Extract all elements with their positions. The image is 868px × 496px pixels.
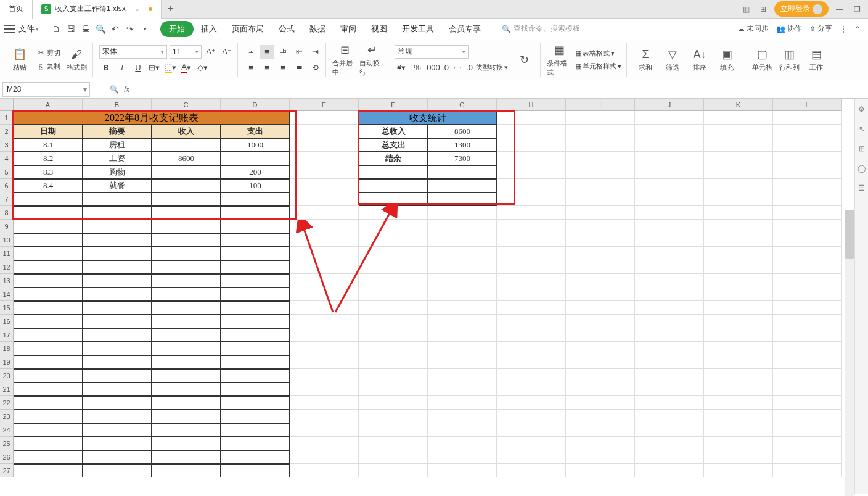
cell[interactable] xyxy=(635,220,704,233)
cell[interactable] xyxy=(221,410,290,423)
cell[interactable] xyxy=(83,233,152,247)
cell[interactable] xyxy=(152,274,221,287)
rp-icon-5[interactable]: ☰ xyxy=(856,183,867,194)
col-header-K[interactable]: K xyxy=(704,99,773,111)
cell[interactable] xyxy=(497,152,566,165)
cell[interactable] xyxy=(497,410,566,423)
cell[interactable] xyxy=(773,152,842,165)
cell[interactable] xyxy=(83,355,152,369)
cell[interactable]: 7300 xyxy=(428,152,497,165)
cell[interactable] xyxy=(428,382,497,396)
cell[interactable] xyxy=(773,396,842,410)
cell[interactable] xyxy=(359,437,428,450)
reformat-button[interactable]: ↻ xyxy=(512,52,536,67)
cell[interactable] xyxy=(152,165,221,179)
cell[interactable] xyxy=(152,342,221,355)
ribbon-tab-start[interactable]: 开始 xyxy=(160,21,194,37)
cell[interactable]: 购物 xyxy=(83,165,152,179)
sort-button[interactable]: A↓排序 xyxy=(687,47,712,72)
cell[interactable] xyxy=(566,369,635,382)
cell[interactable] xyxy=(14,260,83,274)
cell[interactable] xyxy=(83,423,152,437)
cell[interactable] xyxy=(704,450,773,464)
cell[interactable] xyxy=(359,220,428,233)
cell[interactable] xyxy=(221,382,290,396)
cell[interactable] xyxy=(290,410,359,423)
row-header-7[interactable]: 7 xyxy=(0,192,14,206)
cell[interactable]: 8.3 xyxy=(14,165,83,179)
cell[interactable] xyxy=(773,355,842,369)
cell[interactable] xyxy=(566,315,635,328)
cell[interactable] xyxy=(497,382,566,396)
ribbon-tab-insert[interactable]: 插入 xyxy=(194,20,224,38)
row-header-3[interactable]: 3 xyxy=(0,138,14,152)
cell[interactable] xyxy=(704,274,773,287)
align-right-button[interactable]: ≡ xyxy=(276,61,290,75)
align-top-button[interactable]: ⫠ xyxy=(244,45,258,59)
ribbon-tab-dev[interactable]: 开发工具 xyxy=(395,20,441,38)
cell[interactable] xyxy=(83,396,152,410)
row-header-10[interactable]: 10 xyxy=(0,233,14,247)
cell[interactable] xyxy=(566,152,635,165)
cell[interactable] xyxy=(14,274,83,287)
cell[interactable] xyxy=(635,450,704,464)
format-painter-button[interactable]: 🖌格式刷 xyxy=(64,47,89,72)
rowcol-button[interactable]: ▥行和列 xyxy=(777,47,801,72)
cell[interactable] xyxy=(428,315,497,328)
align-center-button[interactable]: ≡ xyxy=(260,61,274,75)
cell[interactable] xyxy=(290,220,359,233)
qat-print-icon[interactable]: 🖶 xyxy=(79,22,92,36)
cell[interactable] xyxy=(359,247,428,260)
search-command-input[interactable]: 🔍 查找命令、搜索模板 xyxy=(502,23,580,34)
row-header-14[interactable]: 14 xyxy=(0,287,14,301)
search-fx-icon[interactable]: 🔍 xyxy=(110,85,119,94)
cell[interactable] xyxy=(152,382,221,396)
row-header-9[interactable]: 9 xyxy=(0,220,14,233)
cell[interactable] xyxy=(428,192,497,206)
cell[interactable] xyxy=(83,301,152,315)
cell[interactable] xyxy=(359,382,428,396)
col-header-D[interactable]: D xyxy=(221,99,290,111)
cut-button[interactable]: ✂剪切 xyxy=(35,48,62,59)
underline-button[interactable]: U xyxy=(131,61,145,75)
italic-button[interactable]: I xyxy=(115,61,129,75)
rp-icon-4[interactable]: ◯ xyxy=(856,163,867,174)
cell[interactable] xyxy=(83,437,152,450)
cell[interactable] xyxy=(428,165,497,179)
cell[interactable] xyxy=(83,342,152,355)
cell[interactable] xyxy=(14,192,83,206)
cell[interactable] xyxy=(83,328,152,342)
cell[interactable] xyxy=(359,355,428,369)
cell[interactable]: 日期 xyxy=(14,125,83,138)
cell[interactable] xyxy=(566,328,635,342)
cell[interactable] xyxy=(773,315,842,328)
cell[interactable]: 8600 xyxy=(152,152,221,165)
hamburger-icon[interactable] xyxy=(4,25,15,33)
cell[interactable] xyxy=(152,437,221,450)
qat-undo-icon[interactable]: ↶ xyxy=(108,22,122,36)
wrap-text-button[interactable]: ↵自动换行 xyxy=(359,43,384,77)
cell[interactable] xyxy=(635,437,704,450)
cell[interactable] xyxy=(221,342,290,355)
cell[interactable] xyxy=(152,328,221,342)
cell[interactable] xyxy=(635,179,704,192)
cell[interactable] xyxy=(704,260,773,274)
paste-button[interactable]: 📋粘贴 xyxy=(7,47,32,72)
cell[interactable]: 8.2 xyxy=(14,152,83,165)
row-header-1[interactable]: 1 xyxy=(0,111,14,125)
cell[interactable] xyxy=(14,450,83,464)
font-size-combo[interactable]: 11▾ xyxy=(170,45,202,59)
cell[interactable] xyxy=(14,355,83,369)
cell[interactable]: 100 xyxy=(221,179,290,192)
row-header-21[interactable]: 21 xyxy=(0,382,14,396)
cell[interactable] xyxy=(221,450,290,464)
qat-redo-icon[interactable]: ↷ xyxy=(123,22,137,36)
cell[interactable] xyxy=(635,369,704,382)
col-header-A[interactable]: A xyxy=(14,99,83,111)
cell[interactable] xyxy=(773,382,842,396)
file-menu[interactable]: 文件 ▾ xyxy=(18,23,39,35)
border-button[interactable]: ⊞▾ xyxy=(147,61,161,75)
cell[interactable] xyxy=(152,396,221,410)
col-header-G[interactable]: G xyxy=(428,99,497,111)
align-bottom-button[interactable]: ⫡ xyxy=(276,45,290,59)
